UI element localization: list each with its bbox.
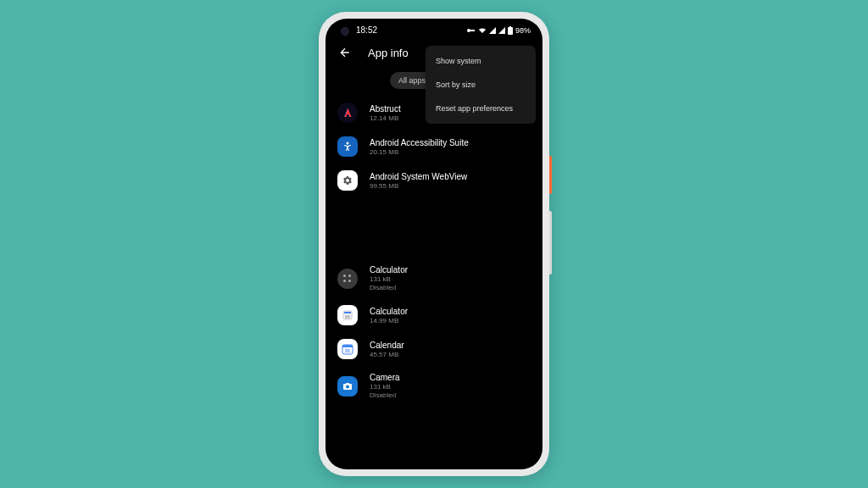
app-icon: 31 xyxy=(337,339,358,359)
svg-point-12 xyxy=(348,317,350,319)
app-info: Abstruct 12.14 MB xyxy=(370,104,401,122)
svg-point-7 xyxy=(345,315,347,317)
volume-button xyxy=(549,211,552,274)
phone-frame: 18:52 98% xyxy=(319,12,549,476)
app-icon xyxy=(337,170,358,191)
app-info: Calculator 131 kB Disabled xyxy=(370,265,408,291)
app-status: Disabled xyxy=(370,391,400,399)
app-size: 14.99 MB xyxy=(370,317,408,324)
app-list[interactable]: Abstruct 12.14 MB Android Accessibility … xyxy=(326,96,542,406)
overflow-menu: Show system Sort by size Reset app prefe… xyxy=(426,46,536,124)
app-item-accessibility[interactable]: Android Accessibility Suite 20.15 MB xyxy=(337,130,531,164)
status-bar: 18:52 98% xyxy=(326,19,542,38)
back-button[interactable] xyxy=(337,45,353,60)
svg-point-10 xyxy=(345,317,347,319)
app-size: 45.57 MB xyxy=(370,351,404,358)
app-size: 99.55 MB xyxy=(370,182,467,190)
app-icon xyxy=(337,305,358,325)
svg-rect-14 xyxy=(342,345,353,347)
app-info: Calculator 14.99 MB xyxy=(370,307,408,324)
svg-rect-1 xyxy=(470,30,475,31)
app-name: Camera xyxy=(370,373,400,382)
svg-text:31: 31 xyxy=(345,348,351,353)
app-item-calculator-1[interactable]: Calculator 131 kB Disabled xyxy=(337,258,531,298)
screen: 18:52 98% xyxy=(326,19,542,469)
app-name: Calculator xyxy=(370,265,408,274)
camera-hole xyxy=(341,27,349,36)
svg-point-4 xyxy=(347,142,349,145)
menu-show-system[interactable]: Show system xyxy=(426,49,536,73)
app-item-calculator-2[interactable]: Calculator 14.99 MB xyxy=(337,298,531,332)
gap xyxy=(337,197,531,258)
app-icon xyxy=(337,376,358,396)
app-name: Calculator xyxy=(370,307,408,316)
svg-point-17 xyxy=(346,385,349,388)
signal-icon-1 xyxy=(489,27,496,34)
app-item-webview[interactable]: Android System WebView 99.55 MB xyxy=(337,164,531,197)
menu-reset-preferences[interactable]: Reset app preferences xyxy=(426,97,536,120)
page-title: App info xyxy=(368,47,409,59)
battery-percent: 98% xyxy=(515,26,531,35)
status-indicators: 98% xyxy=(467,26,531,35)
app-icon xyxy=(337,136,358,157)
app-info: Android Accessibility Suite 20.15 MB xyxy=(370,138,469,156)
app-name: Android Accessibility Suite xyxy=(370,138,469,147)
signal-icon-2 xyxy=(498,27,505,34)
power-button xyxy=(549,156,552,194)
svg-point-9 xyxy=(348,315,350,317)
svg-point-11 xyxy=(347,317,348,319)
svg-rect-6 xyxy=(344,312,351,313)
app-item-camera[interactable]: Camera 131 kB Disabled xyxy=(337,366,531,406)
app-item-calendar[interactable]: 31 Calendar 45.57 MB xyxy=(337,332,531,366)
menu-sort-by-size[interactable]: Sort by size xyxy=(426,73,536,97)
svg-rect-3 xyxy=(509,26,511,27)
wifi-icon xyxy=(478,27,487,34)
app-status: Disabled xyxy=(370,284,408,291)
app-name: Abstruct xyxy=(370,104,401,114)
app-icon xyxy=(337,103,358,123)
app-size: 131 kB xyxy=(370,275,408,283)
battery-icon xyxy=(508,26,513,35)
app-size: 20.15 MB xyxy=(370,148,469,156)
svg-rect-18 xyxy=(346,383,349,385)
svg-point-8 xyxy=(347,315,348,317)
app-info: Calendar 45.57 MB xyxy=(370,341,404,358)
app-icon xyxy=(337,269,358,289)
app-info: Camera 131 kB Disabled xyxy=(370,373,400,399)
status-time: 18:52 xyxy=(356,25,377,35)
app-size: 131 kB xyxy=(370,383,400,391)
app-name: Calendar xyxy=(370,341,404,350)
vpn-icon xyxy=(467,27,476,34)
app-name: Android System WebView xyxy=(370,172,467,181)
svg-rect-2 xyxy=(508,27,513,35)
app-size: 12.14 MB xyxy=(370,114,401,122)
app-info: Android System WebView 99.55 MB xyxy=(370,172,467,190)
